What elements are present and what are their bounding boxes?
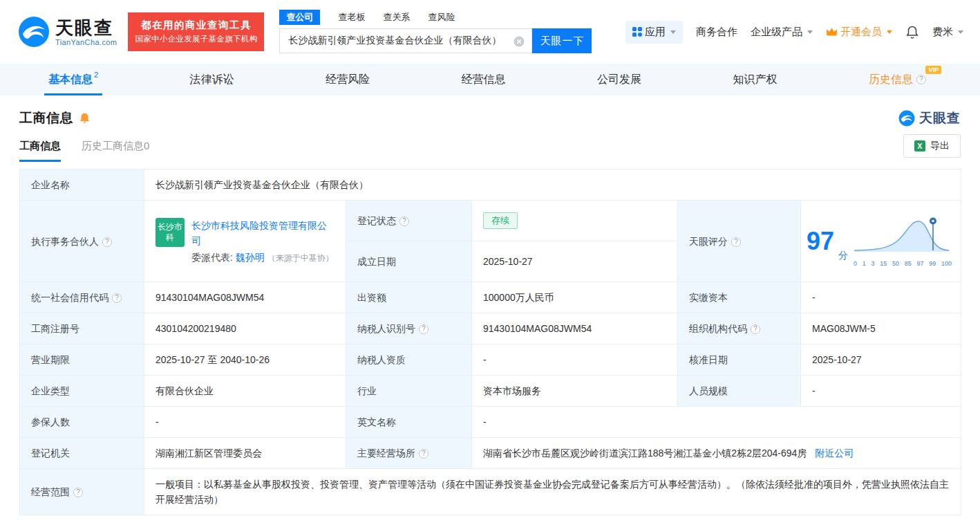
tianyancha-logo-icon bbox=[898, 110, 915, 127]
logo-brand: 天眼查 bbox=[55, 17, 117, 38]
reg-authority-label: 登记机关 bbox=[20, 438, 144, 469]
address-text: 湖南省长沙市岳麓区观沙岭街道滨江路188号湘江基金小镇2栋2层204-694房 bbox=[483, 448, 807, 459]
nav-business-cooperation-label: 商务合作 bbox=[696, 26, 737, 39]
chevron-down-icon bbox=[670, 30, 676, 34]
promo-banner: 都在用的商业查询工具 国家中小企业发展子基金旗下机构 bbox=[128, 12, 264, 51]
table-row: 登记机关 湖南湘江新区管理委员会 主要经营场所 湖南省长沙市岳麓区观沙岭街道滨江… bbox=[20, 438, 961, 469]
english-name-value: - bbox=[472, 407, 961, 438]
english-name-label: 英文名称 bbox=[346, 407, 472, 438]
company-type-value: 有限合伙企业 bbox=[144, 376, 346, 407]
table-row: 企业名称 长沙战新引领产业投资基金合伙企业（有限合伙） bbox=[20, 169, 961, 201]
tianyancha-logo-icon bbox=[18, 16, 50, 48]
crown-icon bbox=[826, 27, 838, 37]
search-tab-company[interactable]: 查公司 bbox=[279, 10, 320, 25]
section-head: 工商信息 天眼查 bbox=[0, 95, 980, 130]
reg-number-value: 430104200219480 bbox=[144, 313, 346, 344]
company-avatar[interactable]: 长沙市科 bbox=[156, 218, 185, 247]
help-icon[interactable] bbox=[419, 324, 428, 334]
help-icon[interactable] bbox=[751, 324, 760, 334]
table-row: 工商注册号 430104200219480 纳税人识别号 91430104MAG… bbox=[20, 313, 961, 344]
subtab-business-info[interactable]: 工商信息 bbox=[19, 130, 61, 162]
table-row: 经营范围 一般项目：以私募基金从事股权投资、投资管理、资产管理等活动（须在中国证… bbox=[20, 469, 961, 515]
logo-domain: TianYanCha.com bbox=[55, 38, 117, 46]
table-row: 参保人数 - 英文名称 - bbox=[20, 407, 961, 438]
address-label: 主要经营场所 bbox=[346, 438, 472, 469]
promo-line1: 都在用的商业查询工具 bbox=[135, 18, 257, 32]
reg-status-label: 登记状态 bbox=[346, 201, 472, 241]
top-nav: 应用 商务合作 企业级产品 开通会员 费米 bbox=[625, 21, 963, 44]
help-icon[interactable] bbox=[916, 75, 926, 84]
company-type-label: 企业类型 bbox=[20, 376, 144, 407]
partner-company-link[interactable]: 长沙市科技风险投资管理有限公司 bbox=[191, 220, 327, 246]
nav-enterprise-products[interactable]: 企业级产品 bbox=[751, 26, 813, 39]
vip-badge: VIP bbox=[925, 66, 941, 74]
search-tab-risk[interactable]: 查风险 bbox=[428, 11, 455, 24]
table-row: 统一社会信用代码 91430104MAG08JWM54 出资额 100000万人… bbox=[20, 282, 961, 313]
approval-date-value: 2025-10-27 bbox=[801, 344, 961, 376]
export-button-label: 导出 bbox=[930, 140, 950, 152]
reg-number-label: 工商注册号 bbox=[20, 313, 144, 344]
table-row: 执行事务合伙人 长沙市科 长沙市科技风险投资管理有限公司 委派代表: 魏孙明 （… bbox=[20, 201, 961, 241]
representative-link[interactable]: 魏孙明 bbox=[236, 252, 265, 263]
paid-capital-label: 实缴资本 bbox=[678, 282, 801, 313]
apps-menu[interactable]: 应用 bbox=[625, 21, 683, 44]
score-label: 天眼评分 bbox=[678, 201, 801, 282]
help-icon[interactable] bbox=[73, 488, 83, 497]
search-tab-relation[interactable]: 查关系 bbox=[383, 11, 410, 24]
score-axis: 0131550859799100 bbox=[852, 260, 953, 267]
tianyancha-logo[interactable]: 天眼查 TianYanCha.com bbox=[18, 16, 117, 48]
nav-business-cooperation[interactable]: 商务合作 bbox=[696, 26, 737, 39]
business-term-value: 2025-10-27 至 2040-10-26 bbox=[144, 344, 346, 376]
status-badge: 存续 bbox=[483, 212, 518, 229]
tab-basic-info[interactable]: 基本信息 2 bbox=[44, 64, 102, 95]
help-icon[interactable] bbox=[419, 449, 428, 459]
taxpayer-id-label: 纳税人识别号 bbox=[346, 313, 472, 344]
top-header: 天眼查 TianYanCha.com 都在用的商业查询工具 国家中小企业发展子基… bbox=[0, 0, 980, 64]
partner-label: 执行事务合伙人 bbox=[20, 201, 144, 282]
tianyancha-watermark: 天眼查 bbox=[898, 109, 961, 127]
apps-grid-icon bbox=[632, 27, 642, 37]
business-term-label: 营业期限 bbox=[20, 344, 144, 376]
help-icon[interactable] bbox=[399, 217, 409, 226]
tab-legal-proceedings[interactable]: 法律诉讼 bbox=[186, 64, 238, 95]
tab-history-info[interactable]: VIP 历史信息 bbox=[865, 64, 936, 95]
capital-label: 出资额 bbox=[346, 282, 472, 313]
taxpayer-quality-value: - bbox=[472, 344, 678, 376]
subtab-history-business-info[interactable]: 历史工商信息0 bbox=[82, 130, 149, 162]
tab-business-info[interactable]: 经营信息 bbox=[458, 64, 510, 95]
help-icon[interactable] bbox=[102, 237, 112, 247]
section-title: 工商信息 bbox=[19, 109, 73, 127]
watermark-label: 天眼查 bbox=[919, 109, 961, 127]
help-icon[interactable] bbox=[112, 293, 122, 303]
chevron-down-icon bbox=[887, 30, 892, 34]
credit-code-label: 统一社会信用代码 bbox=[20, 282, 144, 313]
score-unit: 分 bbox=[838, 248, 848, 263]
nav-user-menu[interactable]: 费米 bbox=[932, 26, 963, 39]
establish-date-value: 2025-10-27 bbox=[472, 241, 678, 282]
org-code-value: MAG08JWM-5 bbox=[801, 313, 961, 344]
nav-open-vip[interactable]: 开通会员 bbox=[826, 26, 892, 39]
staff-size-value: - bbox=[801, 376, 961, 407]
capital-value: 100000万人民币 bbox=[472, 282, 678, 313]
apps-menu-label: 应用 bbox=[645, 26, 666, 39]
help-icon[interactable] bbox=[731, 237, 741, 247]
insured-value: - bbox=[144, 407, 346, 438]
clear-icon[interactable] bbox=[513, 36, 525, 47]
search-tab-boss[interactable]: 查老板 bbox=[338, 11, 365, 24]
search-input[interactable] bbox=[280, 29, 531, 53]
subscribe-bell-icon[interactable] bbox=[79, 112, 91, 125]
tab-company-development[interactable]: 公司发展 bbox=[593, 64, 646, 95]
notification-bell-icon[interactable] bbox=[905, 25, 919, 39]
insured-label: 参保人数 bbox=[20, 407, 144, 438]
promo-line2: 国家中小企业发展子基金旗下机构 bbox=[135, 32, 257, 46]
industry-label: 行业 bbox=[346, 376, 472, 407]
tab-intellectual-property[interactable]: 知识产权 bbox=[728, 64, 781, 95]
nearby-companies-link[interactable]: 附近公司 bbox=[815, 448, 854, 459]
company-name-value: 长沙战新引领产业投资基金合伙企业（有限合伙） bbox=[144, 169, 961, 201]
export-button[interactable]: 导出 bbox=[903, 134, 961, 158]
tab-operational-risk[interactable]: 经营风险 bbox=[321, 64, 374, 95]
search-tabs: 查公司 查老板 查关系 查风险 bbox=[279, 10, 592, 24]
search-button[interactable]: 天眼一下 bbox=[532, 28, 592, 53]
main-nav-tabs: 基本信息 2 法律诉讼 经营风险 经营信息 公司发展 知识产权 VIP 历史信息 bbox=[0, 64, 980, 95]
tianyan-score-cell[interactable]: 97 分 0131550859799100 bbox=[801, 201, 961, 282]
